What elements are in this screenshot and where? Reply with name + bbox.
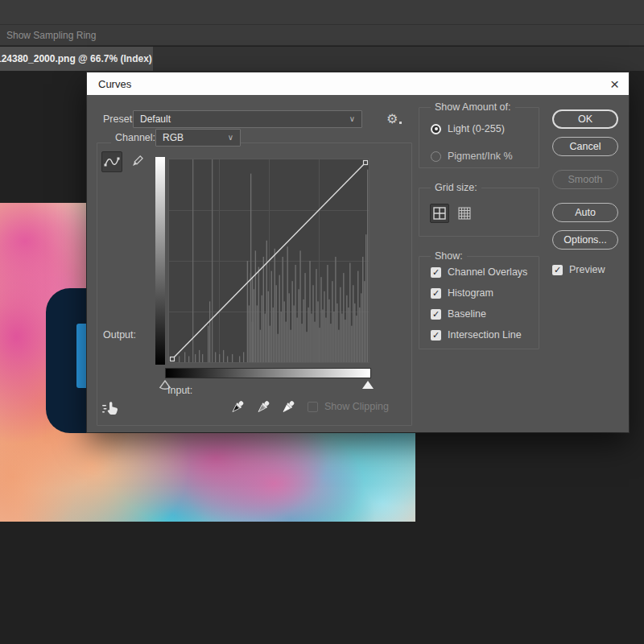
- grid-size-legend: Grid size:: [431, 182, 481, 193]
- preview-label: Preview: [569, 264, 605, 275]
- curves-dialog: Curves × Preset: Default ∨ ⚙ Channel: RG…: [87, 72, 629, 432]
- document-tab[interactable]: 124380_2000.png @ 66.7% (Index) ×: [0, 47, 153, 71]
- draw-curve-pencil-button[interactable]: [127, 151, 147, 172]
- output-gradient-strip: [155, 157, 165, 365]
- check-icon: ✓: [432, 267, 440, 277]
- show-clipping-row: Show Clipping: [308, 401, 389, 412]
- simple-grid-icon: [433, 207, 446, 220]
- input-gradient-strip: [165, 368, 371, 378]
- pigment-radio-row[interactable]: Pigment/Ink %: [431, 151, 513, 162]
- gray-eyedropper-icon: [256, 399, 270, 415]
- show-legend: Show:: [431, 250, 467, 262]
- baseline-row[interactable]: ✓ Baseline: [431, 308, 486, 320]
- dialog-close-icon[interactable]: ×: [610, 76, 619, 92]
- baseline-checkbox[interactable]: ✓: [431, 309, 441, 320]
- white-eyedropper-icon: [281, 399, 295, 415]
- simple-grid-button[interactable]: [430, 204, 449, 223]
- intersection-line-checkbox[interactable]: ✓: [431, 330, 441, 341]
- channel-value: RGB: [163, 132, 184, 143]
- white-point-slider-icon: [361, 380, 374, 390]
- show-groupbox: Show: ✓ Channel Overlays ✓ Histogram ✓ B…: [419, 256, 539, 349]
- edit-points-tool-button[interactable]: [101, 151, 122, 172]
- white-point-eyedropper-button[interactable]: [281, 399, 295, 418]
- light-radio-label: Light (0-255): [448, 123, 505, 134]
- chevron-down-icon: ∨: [228, 133, 233, 142]
- preview-row[interactable]: ✓ Preview: [552, 264, 605, 275]
- show-amount-groupbox: Show Amount of: Light (0-255) Pigment/In…: [419, 107, 539, 168]
- light-radio[interactable]: [431, 124, 441, 134]
- ok-button[interactable]: OK: [552, 109, 618, 129]
- document-tab-title: 124380_2000.png @ 66.7% (Index): [0, 53, 152, 64]
- white-point-slider[interactable]: [361, 378, 374, 388]
- curve-canvas: [169, 159, 369, 362]
- curve-plot-area[interactable]: [168, 159, 369, 363]
- channel-overlays-label: Channel Overlays: [448, 266, 527, 278]
- channel-overlays-checkbox[interactable]: ✓: [431, 267, 441, 278]
- preset-dropdown[interactable]: Default ∨: [133, 110, 362, 128]
- pigment-radio-label: Pigment/Ink %: [448, 151, 513, 162]
- dialog-titlebar[interactable]: Curves ×: [87, 72, 629, 95]
- histogram-label: Histogram: [448, 287, 493, 299]
- show-clipping-checkbox: [308, 402, 318, 412]
- pencil-icon: [130, 155, 144, 169]
- input-label: Input:: [167, 385, 192, 396]
- intersection-line-row[interactable]: ✓ Intersection Line: [431, 329, 522, 341]
- chevron-down-icon: ∨: [349, 114, 355, 123]
- output-label: Output:: [103, 329, 136, 341]
- preset-label: Preset:: [103, 114, 135, 125]
- channel-label: Channel:: [111, 132, 159, 143]
- auto-button[interactable]: Auto: [552, 203, 618, 222]
- cancel-button[interactable]: Cancel: [552, 137, 618, 156]
- curve-tool-icon: [104, 156, 120, 167]
- pigment-radio[interactable]: [431, 151, 441, 162]
- black-eyedropper-icon: [230, 399, 245, 415]
- gear-icon: ⚙: [386, 111, 398, 126]
- gray-point-eyedropper-button[interactable]: [256, 399, 270, 418]
- light-radio-row[interactable]: Light (0-255): [431, 123, 505, 134]
- preset-options-gear-button[interactable]: ⚙: [386, 111, 402, 126]
- channel-overlays-row[interactable]: ✓ Channel Overlays: [431, 266, 527, 278]
- black-point-eyedropper-button[interactable]: [230, 399, 245, 418]
- tool-options-bar: Show Sampling Ring: [0, 25, 644, 46]
- document-tab-bar: 124380_2000.png @ 66.7% (Index) ×: [0, 47, 644, 71]
- check-icon: ✓: [554, 265, 561, 275]
- check-icon: ✓: [432, 309, 440, 319]
- show-clipping-label: Show Clipping: [324, 401, 389, 412]
- preset-value: Default: [140, 114, 171, 125]
- smooth-button: Smooth: [552, 170, 618, 189]
- detailed-grid-button[interactable]: [455, 204, 474, 223]
- photoshop-window: Show Sampling Ring 124380_2000.png @ 66.…: [0, 0, 644, 644]
- adjustment-hand-icon: [101, 398, 121, 416]
- preview-checkbox[interactable]: ✓: [552, 265, 563, 275]
- grid-size-groupbox: Grid size:: [419, 188, 539, 237]
- baseline-label: Baseline: [448, 308, 486, 320]
- show-sampling-ring-label: Show Sampling Ring: [6, 30, 96, 41]
- detailed-grid-icon: [458, 207, 471, 220]
- histogram-row[interactable]: ✓ Histogram: [431, 287, 493, 299]
- channel-dropdown[interactable]: RGB ∨: [155, 129, 241, 147]
- gear-menu-dot: [399, 122, 402, 124]
- check-icon: ✓: [432, 288, 440, 298]
- targeted-adjustment-tool-button[interactable]: [101, 398, 121, 419]
- show-amount-legend: Show Amount of:: [431, 101, 515, 113]
- options-button[interactable]: Options...: [552, 230, 618, 250]
- dialog-title: Curves: [98, 78, 610, 90]
- menu-bar: [0, 0, 644, 25]
- intersection-line-label: Intersection Line: [448, 329, 522, 341]
- histogram-checkbox[interactable]: ✓: [431, 288, 441, 299]
- check-icon: ✓: [432, 330, 440, 340]
